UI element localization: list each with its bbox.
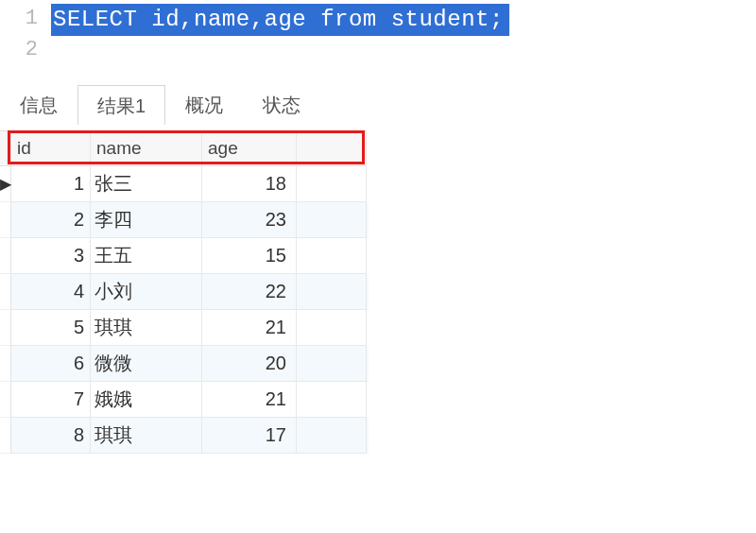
row-indicator [0,418,11,454]
row-indicator [0,274,11,310]
table-row[interactable]: 2李四23 [0,202,369,238]
cell-extra [297,166,367,202]
row-indicator [0,382,11,418]
column-header-extra[interactable] [297,130,367,166]
cell-name[interactable]: 王五 [91,238,202,274]
tab-info[interactable]: 信息 [0,84,77,124]
line-number: 2 [0,36,51,65]
row-indicator [0,310,11,346]
editor-line-1[interactable]: 1 SELECT id,name,age from student; [0,4,756,36]
cell-name[interactable]: 李四 [91,202,202,238]
grid-header-row[interactable]: id name age [0,130,369,166]
tab-profile[interactable]: 概况 [165,84,243,124]
cell-age[interactable]: 21 [202,382,297,418]
cell-age[interactable]: 15 [202,238,297,274]
cell-id[interactable]: 1 [11,166,91,202]
cell-name[interactable]: 张三 [91,166,202,202]
tab-result1[interactable]: 结果1 [77,85,165,125]
cell-name[interactable]: 小刘 [91,274,202,310]
table-row[interactable]: 6微微20 [0,346,369,382]
result-grid-wrap: id name age ▶1张三182李四233王五154小刘225琪琪216微… [0,130,756,454]
table-row[interactable]: 5琪琪21 [0,310,369,346]
cell-extra [297,418,367,454]
cell-age[interactable]: 22 [202,274,297,310]
cell-name[interactable]: 微微 [91,346,202,382]
cell-age[interactable]: 17 [202,418,297,454]
row-indicator [0,346,11,382]
cell-id[interactable]: 5 [11,310,91,346]
line-number: 1 [0,5,51,34]
column-header-id[interactable]: id [11,130,91,166]
result-grid[interactable]: id name age ▶1张三182李四233王五154小刘225琪琪216微… [0,130,369,454]
cell-id[interactable]: 2 [11,202,91,238]
cell-id[interactable]: 4 [11,274,91,310]
cell-id[interactable]: 6 [11,346,91,382]
cell-extra [297,382,367,418]
row-indicator [0,202,11,238]
sql-editor[interactable]: 1 SELECT id,name,age from student; 2 [0,0,756,64]
table-row[interactable]: 7娥娥21 [0,382,369,418]
sql-code[interactable]: SELECT id,name,age from student; [51,4,756,36]
cell-extra [297,238,367,274]
cell-extra [297,346,367,382]
cell-name[interactable]: 琪琪 [91,418,202,454]
tab-status[interactable]: 状态 [243,84,320,124]
result-tabs: 信息 结果1 概况 状态 [0,85,756,125]
column-header-name[interactable]: name [91,130,202,166]
cell-id[interactable]: 3 [11,238,91,274]
cell-age[interactable]: 21 [202,310,297,346]
editor-line-2[interactable]: 2 [0,36,756,65]
cell-age[interactable]: 23 [202,202,297,238]
row-indicator [0,238,11,274]
table-row[interactable]: ▶1张三18 [0,166,369,202]
column-header-age[interactable]: age [202,130,297,166]
cell-extra [297,310,367,346]
table-row[interactable]: 4小刘22 [0,274,369,310]
cell-name[interactable]: 娥娥 [91,382,202,418]
cell-age[interactable]: 18 [202,166,297,202]
row-indicator: ▶ [0,166,11,202]
cell-id[interactable]: 8 [11,418,91,454]
cell-extra [297,202,367,238]
row-indicator-header [0,130,11,166]
cell-name[interactable]: 琪琪 [91,310,202,346]
sql-selected-text[interactable]: SELECT id,name,age from student; [51,4,509,36]
current-row-cursor-icon: ▶ [0,175,11,193]
table-row[interactable]: 3王五15 [0,238,369,274]
table-row[interactable]: 8琪琪17 [0,418,369,454]
cell-extra [297,274,367,310]
cell-age[interactable]: 20 [202,346,297,382]
cell-id[interactable]: 7 [11,382,91,418]
